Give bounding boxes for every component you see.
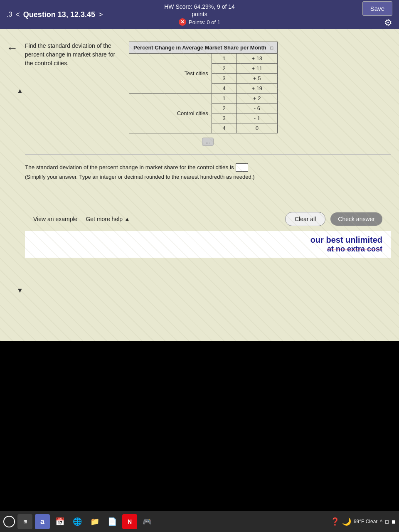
view-example-link[interactable]: View an example bbox=[33, 216, 77, 222]
answer-note: (Simplify your answer. Type an integer o… bbox=[25, 174, 255, 180]
table-row: Control cities 1 + 2 bbox=[129, 94, 278, 103]
answer-section: The standard deviation of the percent ch… bbox=[25, 163, 391, 182]
ctrl-num-2: 2 bbox=[212, 103, 236, 113]
test-val-2: + 11 bbox=[236, 64, 278, 74]
taskbar-browser-icon[interactable]: 🌐 bbox=[70, 514, 85, 529]
header-left: .3 < Question 13, 12.3.45 > bbox=[7, 10, 164, 19]
taskbar: ⊞ a 📅 🌐 📁 📄 N 🎮 ❓ 🌙 69°F Clear ^ ◻ ◼ bbox=[0, 511, 399, 532]
taskbar-app-icon[interactable]: 🎮 bbox=[140, 514, 155, 529]
main-content: ← ▲ Find the standard deviation of the p… bbox=[0, 29, 399, 341]
clear-all-button[interactable]: Clear all bbox=[285, 212, 325, 226]
gear-icon[interactable]: ⚙ bbox=[384, 17, 392, 28]
taskbar-grid-icon[interactable]: ⊞ bbox=[17, 514, 32, 529]
test-val-3: + 5 bbox=[236, 74, 278, 84]
black-area bbox=[0, 341, 399, 520]
points-line: ✕ Points: 0 of 1 bbox=[179, 18, 220, 26]
question-text: Find the standard deviation of the perce… bbox=[25, 42, 116, 133]
taskbar-moon-icon: 🌙 bbox=[342, 517, 351, 526]
promo-line2: at no extra cost bbox=[33, 245, 382, 254]
table-header: Percent Change in Average Market Share p… bbox=[129, 42, 278, 54]
test-num-2: 2 bbox=[212, 64, 236, 74]
data-table: Percent Change in Average Market Share p… bbox=[129, 42, 278, 133]
more-section: ... bbox=[25, 138, 391, 146]
test-num-4: 4 bbox=[212, 84, 236, 94]
back-arrow[interactable]: ← bbox=[6, 42, 18, 55]
taskbar-chevron-icon[interactable]: ^ bbox=[380, 519, 382, 525]
answer-input[interactable] bbox=[236, 163, 248, 172]
section-label: .3 bbox=[7, 11, 12, 18]
scroll-down-arrow[interactable]: ▼ bbox=[17, 287, 23, 294]
test-num-3: 3 bbox=[212, 74, 236, 84]
divider bbox=[25, 154, 391, 155]
copy-icon[interactable]: □ bbox=[270, 45, 273, 50]
header-center: HW Score: 64.29%, 9 of 14 points ✕ Point… bbox=[164, 3, 235, 26]
taskbar-netflix-icon[interactable]: N bbox=[122, 514, 137, 529]
ctrl-val-4: 0 bbox=[236, 123, 278, 133]
taskbar-a-icon[interactable]: a bbox=[35, 514, 50, 529]
ctrl-num-4: 4 bbox=[212, 123, 236, 133]
action-bar: View an example Get more help ▲ Clear al… bbox=[25, 207, 391, 231]
action-left: View an example Get more help ▲ bbox=[33, 216, 130, 222]
scroll-up-arrow[interactable]: ▲ bbox=[17, 87, 23, 95]
ctrl-val-3: - 1 bbox=[236, 113, 278, 123]
taskbar-calendar-icon[interactable]: 📅 bbox=[52, 514, 67, 529]
question-title: Question 13, 12.3.45 bbox=[23, 10, 95, 19]
taskbar-window-icon[interactable]: ◻ bbox=[385, 519, 389, 525]
prev-arrow[interactable]: < bbox=[15, 10, 20, 19]
hw-score-sub: points bbox=[192, 11, 207, 17]
header-bar: .3 < Question 13, 12.3.45 > HW Score: 64… bbox=[0, 0, 399, 29]
data-table-wrapper: Percent Change in Average Market Share p… bbox=[129, 42, 391, 133]
ctrl-val-1: + 2 bbox=[236, 94, 278, 103]
answer-text-before: The standard deviation of the percent ch… bbox=[25, 164, 234, 170]
ctrl-num-1: 1 bbox=[212, 94, 236, 103]
test-val-4: + 19 bbox=[236, 84, 278, 94]
promo-line1: our best unlimited bbox=[33, 235, 382, 245]
hw-score-label: HW Score: 64.29%, 9 of 14 bbox=[164, 3, 235, 10]
table-row: Test cities 1 + 13 bbox=[129, 54, 278, 64]
taskbar-file-icon[interactable]: 📄 bbox=[105, 514, 120, 529]
promo-banner: our best unlimited at no extra cost bbox=[25, 231, 391, 258]
points-label: Points: 0 of 1 bbox=[189, 19, 220, 25]
taskbar-start-circle[interactable] bbox=[3, 516, 15, 527]
get-more-help-button[interactable]: Get more help ▲ bbox=[86, 216, 130, 222]
taskbar-speakers-icon[interactable]: ◼ bbox=[392, 519, 396, 525]
test-num-1: 1 bbox=[212, 54, 236, 64]
taskbar-right: ❓ 🌙 69°F Clear ^ ◻ ◼ bbox=[330, 517, 396, 526]
save-button[interactable]: Save bbox=[362, 1, 392, 16]
more-button[interactable]: ... bbox=[202, 138, 214, 146]
next-arrow[interactable]: > bbox=[99, 10, 103, 19]
test-val-1: + 13 bbox=[236, 54, 278, 64]
check-answer-button[interactable]: Check answer bbox=[330, 212, 382, 226]
x-icon: ✕ bbox=[179, 18, 186, 26]
control-cities-label: Control cities bbox=[129, 94, 212, 133]
question-area: Find the standard deviation of the perce… bbox=[25, 42, 391, 133]
ctrl-num-3: 3 bbox=[212, 113, 236, 123]
test-cities-label: Test cities bbox=[129, 54, 212, 94]
taskbar-weather: 69°F Clear bbox=[354, 519, 378, 525]
header-right: Save ⚙ bbox=[235, 1, 392, 28]
action-right: Clear all Check answer bbox=[285, 212, 382, 226]
taskbar-help-icon[interactable]: ❓ bbox=[330, 517, 340, 526]
taskbar-folder-icon[interactable]: 📁 bbox=[87, 514, 102, 529]
ctrl-val-2: - 6 bbox=[236, 103, 278, 113]
